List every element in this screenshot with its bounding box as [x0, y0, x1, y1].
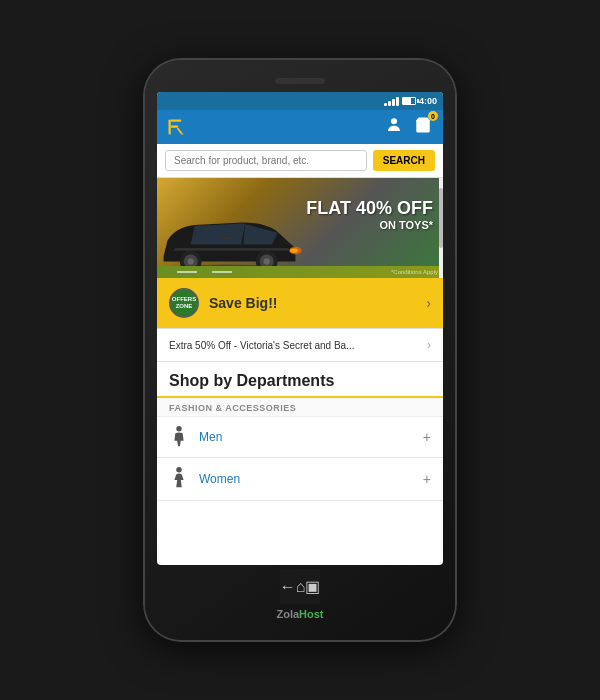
phone-speaker: [275, 78, 325, 84]
banner-text: FLAT 40% OFF ON TOYS*: [306, 198, 433, 231]
man-icon: [169, 426, 189, 448]
dept-row-men[interactable]: Men +: [157, 417, 443, 458]
signal-bar-2: [388, 101, 391, 106]
extra-offer-text: Extra 50% Off - Victoria's Secret and Ba…: [169, 340, 427, 351]
woman-icon: [169, 467, 189, 491]
man-silhouette-icon: [172, 426, 186, 448]
cart-badge: 0: [428, 111, 438, 121]
back-button[interactable]: ←: [280, 578, 296, 596]
svg-rect-15: [220, 237, 232, 239]
save-big-label: Save Big!!: [209, 295, 426, 311]
scrollbar-thumb: [439, 188, 443, 248]
save-big-chevron: ›: [426, 295, 431, 311]
status-bar: 4:00: [157, 92, 443, 110]
shop-by-departments-title: Shop by Departments: [157, 362, 443, 398]
signal-bar-1: [384, 103, 387, 106]
save-big-row[interactable]: OFFERSZONE Save Big!! ›: [157, 278, 443, 329]
svg-marker-3: [177, 128, 184, 135]
offers-zone-circle: OFFERSZONE: [169, 288, 199, 318]
banner-disclaimer: *Conditions Apply: [391, 269, 438, 275]
content-area: FLAT 40% OFF ON TOYS* *Conditions Apply …: [157, 178, 443, 565]
battery-icon: [402, 97, 416, 105]
scrollbar[interactable]: [439, 178, 443, 278]
status-time: 4:00: [419, 96, 437, 106]
banner-headline: FLAT 40% OFF: [306, 198, 433, 219]
extra-offer-row[interactable]: Extra 50% Off - Victoria's Secret and Ba…: [157, 329, 443, 362]
user-svg: [385, 116, 403, 134]
flipkart-logo-icon: [167, 116, 197, 138]
svg-point-16: [176, 426, 182, 432]
user-icon[interactable]: [385, 116, 403, 138]
promo-banner[interactable]: FLAT 40% OFF ON TOYS* *Conditions Apply: [157, 178, 443, 278]
offers-zone-label: OFFERSZONE: [172, 296, 196, 309]
svg-rect-0: [169, 120, 171, 135]
android-nav-bar: ← ⌂ ▣: [280, 569, 321, 604]
banner-subline: ON TOYS*: [306, 219, 433, 231]
svg-rect-2: [171, 126, 179, 128]
header-icons: 0: [385, 116, 433, 138]
men-expand-icon[interactable]: +: [423, 429, 431, 445]
search-input[interactable]: [165, 150, 367, 171]
logo[interactable]: [167, 116, 197, 138]
search-button[interactable]: SEARCH: [373, 150, 435, 171]
svg-rect-1: [171, 120, 182, 122]
watermark-suffix: Host: [299, 608, 323, 620]
phone-frame: 4:00: [145, 60, 455, 640]
svg-point-17: [176, 467, 182, 473]
women-label: Women: [199, 472, 423, 486]
home-button[interactable]: ⌂: [296, 578, 306, 596]
svg-point-14: [264, 258, 270, 264]
cart-icon[interactable]: 0: [413, 116, 433, 138]
status-icons: 4:00: [384, 96, 437, 106]
search-bar: SEARCH: [157, 144, 443, 178]
woman-silhouette-icon: [172, 467, 186, 491]
signal-bar-4: [396, 97, 399, 106]
watermark: ZolaHost: [276, 608, 323, 620]
extra-offer-chevron: ›: [427, 338, 431, 352]
fashion-accessories-label: FASHION & ACCESSORIES: [157, 398, 443, 417]
svg-point-8: [290, 248, 298, 253]
men-label: Men: [199, 430, 423, 444]
dept-row-women[interactable]: Women +: [157, 458, 443, 501]
svg-point-11: [188, 258, 194, 264]
women-expand-icon[interactable]: +: [423, 471, 431, 487]
signal-bar-3: [392, 99, 395, 106]
app-header: 0: [157, 110, 443, 144]
signal-bars-icon: [384, 96, 399, 106]
svg-point-4: [391, 118, 397, 124]
watermark-prefix: Zola: [276, 608, 299, 620]
battery-fill: [403, 98, 411, 104]
phone-screen: 4:00: [157, 92, 443, 565]
recent-apps-button[interactable]: ▣: [305, 577, 320, 596]
